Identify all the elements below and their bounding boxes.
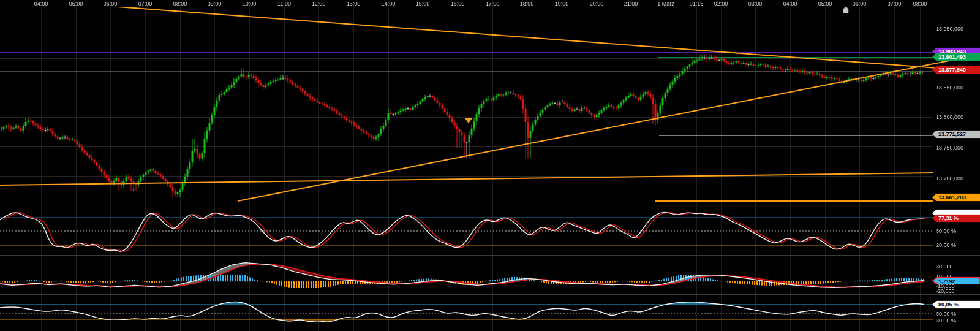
last-price-badge: 13.877,540 <box>932 66 980 74</box>
time-tick-23: 05:00 <box>818 1 832 7</box>
time-tick-19: 01:15 <box>690 1 704 7</box>
time-tick-11: 15:00 <box>416 1 430 7</box>
price-axis-label-1: 13.850,000 <box>936 85 963 91</box>
down-arrow-marker[interactable]: ↓ <box>132 186 135 192</box>
time-tick-2: 06:00 <box>104 1 118 7</box>
trading-chart-window: 04:0005:0006:0007:0008:0009:0010:0011:00… <box>0 0 980 331</box>
time-tick-18: 1 März <box>657 1 674 7</box>
time-tick-21: 03:00 <box>748 1 763 7</box>
time-tick-8: 12:00 <box>312 1 326 7</box>
price-axis-label-7: 30,000 <box>936 264 953 270</box>
time-tick-4: 08:00 <box>173 1 187 7</box>
macd-value-badge: 1,7192 <box>932 277 980 285</box>
time-tick-26: 08:00 <box>913 1 927 7</box>
price-axis-label-10: -20,000 <box>936 288 955 294</box>
time-tick-16: 20:00 <box>590 1 604 7</box>
time-tick-15: 19:00 <box>555 1 569 7</box>
gray-level-badge: 13.771,527 <box>932 131 980 139</box>
price-axis-label-5: 50,00 % <box>936 228 956 234</box>
price-axis-label-2: 13.800,000 <box>936 114 963 120</box>
time-tick-13: 17:00 <box>486 1 500 7</box>
price-axis-label-11: 50,00 % <box>936 311 956 317</box>
price-axis-label-6: 20,00 % <box>936 242 956 248</box>
orange-level-badge: 13.661,203 <box>932 194 980 202</box>
time-tick-0: 04:00 <box>34 1 48 7</box>
stoch-red-badge: 77,31 % <box>932 215 980 223</box>
price-axis-label-3: 13.750,000 <box>936 145 963 151</box>
time-tick-24: 06:00 <box>853 1 867 7</box>
time-tick-25: 07:00 <box>888 1 902 7</box>
time-tick-7: 11:00 <box>277 1 291 7</box>
price-axis-label-12: 30,00 % <box>936 318 956 324</box>
time-tick-12: 16:00 <box>451 1 465 7</box>
time-tick-22: 04:00 <box>783 1 797 7</box>
chart-canvas[interactable] <box>0 0 980 331</box>
time-tick-6: 10:00 <box>243 1 257 7</box>
time-tick-5: 09:00 <box>208 1 222 7</box>
slow-stoch-badge: 80,05 % <box>932 301 980 309</box>
time-tick-1: 05:00 <box>69 1 83 7</box>
session-high-badge: 13.901,493 <box>932 53 980 61</box>
time-tick-3: 07:00 <box>138 1 153 7</box>
time-tick-20: 02:00 <box>714 1 728 7</box>
time-tick-14: 18:00 <box>520 1 534 7</box>
time-tick-10: 14:00 <box>382 1 396 7</box>
time-tick-17: 21:00 <box>624 1 638 7</box>
price-axis-label-0: 13.950,000 <box>936 26 963 32</box>
price-axis-label-4: 13.700,000 <box>936 175 963 181</box>
time-tick-9: 13:00 <box>347 1 361 7</box>
